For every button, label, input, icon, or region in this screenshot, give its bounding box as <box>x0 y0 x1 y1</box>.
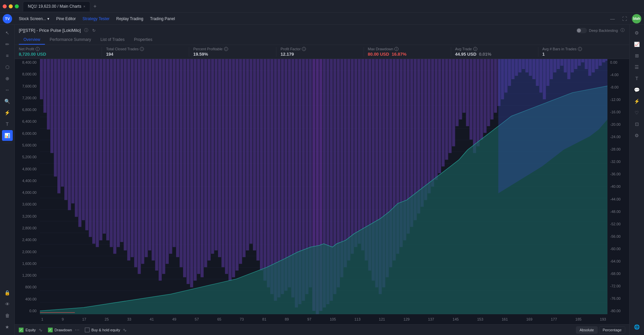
svg-rect-54 <box>145 59 148 257</box>
max-drawdown-info[interactable]: i <box>394 47 398 51</box>
legend-buy-hold[interactable]: Buy & hold equity ∿ <box>85 327 127 333</box>
minimize-icon-button[interactable]: — <box>608 14 617 23</box>
y-label-15: 2,400.00 <box>16 238 39 242</box>
avg-trade-info[interactable]: i <box>473 47 477 51</box>
y-right-label-0: 0.00 <box>609 60 628 64</box>
right-sidebar-icon-7[interactable]: ⚡ <box>632 96 642 107</box>
new-tab-button[interactable]: + <box>91 2 99 10</box>
sidebar-zoom-icon[interactable]: 🔍 <box>2 96 13 107</box>
sidebar-lock-icon[interactable]: 🔒 <box>2 287 13 298</box>
tab-performance-summary[interactable]: Performance Summary <box>45 35 96 45</box>
minimize-button[interactable] <box>9 4 13 8</box>
y-right-label-20: -80.00 <box>609 309 628 313</box>
x-label-33: 33 <box>127 317 131 321</box>
deep-backtesting-row: Deep Backtesting ⓘ <box>576 27 625 34</box>
right-sidebar-globe-icon[interactable]: 🌐 <box>632 322 642 332</box>
x-label-105: 105 <box>330 317 336 321</box>
y-label-3: 7,200.00 <box>16 96 39 100</box>
svg-rect-148 <box>473 59 476 153</box>
svg-rect-136 <box>431 59 434 187</box>
svg-rect-29 <box>57 59 60 193</box>
profit-factor-info[interactable]: i <box>302 47 306 51</box>
right-sidebar-icon-1[interactable]: ⚙ <box>632 27 642 38</box>
svg-rect-46 <box>117 59 120 247</box>
legend-equity[interactable]: ✓ Equity ∿ <box>19 327 43 333</box>
right-sidebar-icon-5[interactable]: T <box>632 73 642 84</box>
sidebar-draw-icon[interactable]: ✏ <box>2 39 13 50</box>
sidebar-shapes-icon[interactable]: ⬡ <box>2 62 13 72</box>
sidebar-star-icon[interactable]: ★ <box>2 322 13 332</box>
legend-drawdown[interactable]: ✓ Drawdown ⋯ <box>48 327 79 333</box>
svg-rect-28 <box>54 59 57 176</box>
sidebar-lines-icon[interactable]: ≡ <box>2 50 13 61</box>
closed-trades-info[interactable]: i <box>140 47 144 51</box>
percentage-button[interactable]: Percentage <box>599 326 625 334</box>
right-sidebar-icon-8[interactable]: ♡ <box>632 107 642 118</box>
y-right-label-5: -20.00 <box>609 122 628 126</box>
user-avatar[interactable]: blah <box>632 14 641 23</box>
right-sidebar-icon-2[interactable]: 📈 <box>632 39 642 50</box>
tab-list-of-trades[interactable]: List of Trades <box>96 35 129 45</box>
main-tab[interactable]: NQ1! 19,623.00 / Main Charts × <box>23 1 90 11</box>
y-label-12: 3,600.00 <box>16 202 39 206</box>
y-label-14: 2,800.00 <box>16 226 39 230</box>
net-profit-info[interactable]: i <box>36 47 40 51</box>
maximize-button[interactable] <box>15 4 19 8</box>
avg-trade-value: 44.95 USD 0.01% <box>455 52 534 57</box>
sidebar-strategy-icon[interactable]: 📊 <box>2 130 13 141</box>
tab-overview[interactable]: Overview <box>19 35 45 45</box>
maximize-icon-button[interactable]: ⛶ <box>620 14 629 23</box>
tab-properties[interactable]: Properties <box>129 35 157 45</box>
percent-profitable-info[interactable]: i <box>224 47 228 51</box>
tab-close-icon[interactable]: × <box>83 5 85 8</box>
nav-replay-trading[interactable]: Replay Trading <box>114 15 146 22</box>
right-sidebar-icon-3[interactable]: ⊞ <box>632 50 642 61</box>
panel-header: [P][STR] - Price Pulse [LokiMilo] ⓘ ↻ De… <box>15 25 629 45</box>
sidebar-trash-icon[interactable]: 🗑 <box>2 310 13 321</box>
nav-strategy-tester[interactable]: Strategy Tester <box>80 15 112 22</box>
svg-rect-30 <box>61 59 64 187</box>
panel-refresh-button[interactable]: ↻ <box>92 27 96 34</box>
svg-rect-50 <box>131 59 134 257</box>
right-sidebar-settings-icon[interactable]: ⚙ <box>632 130 642 141</box>
x-label-169: 169 <box>526 317 532 321</box>
panel-info-button[interactable]: ⓘ <box>84 27 89 34</box>
nav-pine-editor[interactable]: Pine Editor <box>53 15 78 22</box>
right-sidebar-icon-9[interactable]: ⊡ <box>632 119 642 129</box>
x-label-153: 153 <box>477 317 483 321</box>
y-right-label-13: -52.00 <box>609 222 628 226</box>
right-sidebar-icon-6[interactable]: 💬 <box>632 85 642 95</box>
nav-trading-panel[interactable]: Trading Panel <box>147 15 177 22</box>
y-right-label-15: -60.00 <box>609 247 628 251</box>
svg-rect-44 <box>110 59 113 247</box>
svg-rect-31 <box>64 59 67 200</box>
stat-avg-trade: Avg Trade i 44.95 USD 0.01% <box>451 47 538 57</box>
right-sidebar-icon-4[interactable]: ☰ <box>632 62 642 72</box>
absolute-button[interactable]: Absolute <box>576 326 598 334</box>
buy-hold-checkbox[interactable] <box>85 328 90 332</box>
deep-backtesting-toggle[interactable] <box>576 28 587 33</box>
close-button[interactable] <box>3 4 7 8</box>
sidebar-cursor-icon[interactable]: ↖ <box>2 27 13 38</box>
svg-rect-83 <box>246 59 249 250</box>
sidebar-text-icon[interactable]: T <box>2 119 13 129</box>
deep-backtesting-info[interactable]: ⓘ <box>620 27 625 34</box>
svg-rect-65 <box>183 59 186 277</box>
sidebar-eye-icon[interactable]: 👁 <box>2 299 13 310</box>
svg-rect-153 <box>490 59 493 119</box>
left-sidebar: ↖ ✏ ≡ ⬡ ⊕ ↔ 🔍 ⚡ T 📊 🔒 👁 🗑 ★ <box>0 25 15 335</box>
sidebar-measure-icon[interactable]: ↔ <box>2 85 13 95</box>
svg-rect-59 <box>162 59 165 274</box>
svg-rect-142 <box>452 59 455 146</box>
svg-rect-62 <box>173 59 176 247</box>
equity-checkbox[interactable]: ✓ <box>19 328 23 332</box>
sidebar-fib-icon[interactable]: ⊕ <box>2 73 13 84</box>
drawdown-checkbox[interactable]: ✓ <box>48 328 53 332</box>
stats-bar: Net Profit i 8,720.00 USD Total Closed T… <box>15 45 629 59</box>
avg-bars-info[interactable]: i <box>578 47 582 51</box>
svg-rect-66 <box>186 59 190 284</box>
sidebar-magnet-icon[interactable]: ⚡ <box>2 107 13 118</box>
nav-stock-screener[interactable]: Stock Screen... ▾ <box>16 15 52 22</box>
brand-logo[interactable]: TV <box>3 14 12 23</box>
svg-rect-151 <box>483 59 486 133</box>
